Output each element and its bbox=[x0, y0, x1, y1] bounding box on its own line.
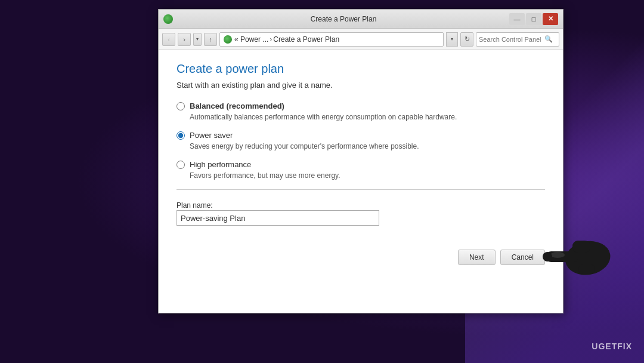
option-balanced-desc: Automatically balances performance with … bbox=[190, 113, 545, 121]
option-power-saver-label: Power saver bbox=[190, 131, 233, 140]
next-button[interactable]: Next bbox=[458, 250, 496, 265]
address-bar: ‹ › ▾ ↑ « Power ... › Create a Power Pla… bbox=[159, 29, 563, 50]
refresh-button[interactable]: ↻ bbox=[460, 32, 473, 47]
option-high-performance-desc: Favors performance, but may use more ene… bbox=[190, 171, 545, 180]
nav-dropdown[interactable]: ▾ bbox=[193, 33, 202, 46]
radio-power-saver[interactable] bbox=[177, 131, 185, 140]
button-row: Next Cancel bbox=[177, 250, 545, 265]
radio-balanced[interactable] bbox=[177, 102, 185, 110]
back-button[interactable]: ‹ bbox=[162, 33, 175, 46]
path-prefix: « Power ... bbox=[234, 35, 268, 44]
maximize-button[interactable]: □ bbox=[526, 13, 541, 25]
forward-button[interactable]: › bbox=[178, 33, 191, 46]
option-power-saver[interactable]: Power saver Saves energy by reducing you… bbox=[177, 131, 545, 150]
window-title: Create a Power Plan bbox=[178, 15, 509, 23]
option-high-performance-label: High performance bbox=[190, 160, 251, 169]
address-dropdown-btn[interactable]: ▾ bbox=[446, 32, 458, 47]
option-balanced-label: Balanced (recommended) bbox=[190, 101, 284, 110]
minimize-button[interactable]: — bbox=[509, 13, 525, 25]
path-separator: › bbox=[270, 35, 272, 44]
window-icon bbox=[163, 14, 173, 24]
watermark: UGETFIX bbox=[592, 342, 632, 351]
plan-name-section: Plan name: bbox=[177, 199, 545, 226]
page-subtitle: Start with an existing plan and give it … bbox=[177, 81, 545, 90]
plan-name-input[interactable] bbox=[177, 210, 379, 226]
path-current: Create a Power Plan bbox=[273, 35, 339, 44]
section-divider bbox=[177, 189, 545, 190]
option-balanced[interactable]: Balanced (recommended) Automatically bal… bbox=[177, 101, 545, 121]
address-icon bbox=[224, 35, 232, 44]
up-button[interactable]: ↑ bbox=[204, 33, 217, 46]
address-path[interactable]: « Power ... › Create a Power Plan bbox=[219, 32, 444, 47]
radio-high-performance[interactable] bbox=[177, 161, 185, 169]
window-controls: — □ ✕ bbox=[509, 13, 558, 25]
cancel-button[interactable]: Cancel bbox=[500, 250, 545, 265]
search-icon: 🔍 bbox=[544, 35, 553, 43]
option-power-saver-desc: Saves energy by reducing your computer's… bbox=[190, 142, 545, 150]
option-high-performance[interactable]: High performance Favors performance, but… bbox=[177, 160, 545, 180]
search-input[interactable] bbox=[479, 36, 544, 43]
content-area: Create a power plan Start with an existi… bbox=[159, 50, 563, 313]
page-heading: Create a power plan bbox=[177, 62, 545, 76]
close-button[interactable]: ✕ bbox=[543, 13, 558, 25]
window: Create a Power Plan — □ ✕ ‹ › ▾ ↑ « Powe… bbox=[158, 9, 564, 313]
title-bar: Create a Power Plan — □ ✕ bbox=[159, 10, 563, 29]
plan-name-label: Plan name: bbox=[177, 201, 213, 210]
search-box[interactable]: 🔍 bbox=[476, 32, 559, 47]
